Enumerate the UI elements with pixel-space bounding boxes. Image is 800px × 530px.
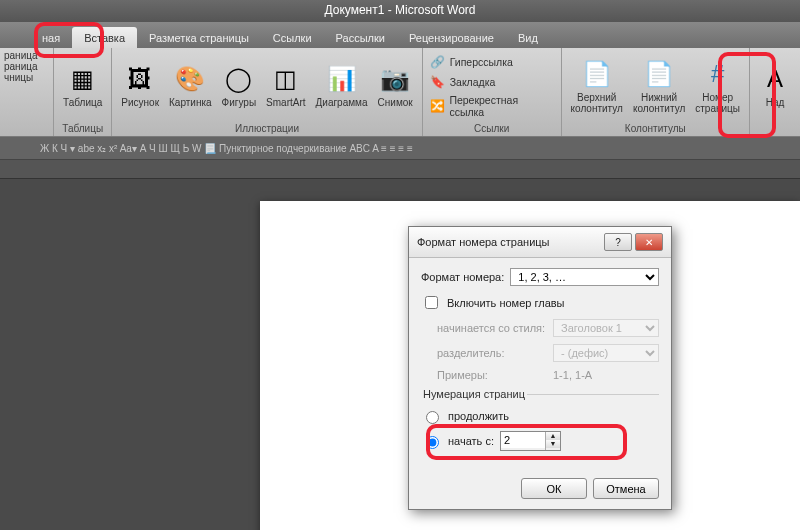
group-tables-label: Таблицы	[58, 121, 107, 136]
chart-icon: 📊	[326, 63, 358, 95]
mini-format-bar: Ж К Ч ▾ abe x₂ x² Aa▾ А Ч Ш Щ Ь W 📃 Пунк…	[0, 137, 800, 160]
header-button[interactable]: 📄 Верхний колонтитул	[566, 56, 628, 116]
chart-button[interactable]: 📊 Диаграмма	[311, 61, 373, 110]
page-number-label: Номер страницы	[695, 92, 740, 114]
smartart-button[interactable]: ◫ SmartArt	[261, 61, 310, 110]
crossref-button[interactable]: 🔀 Перекрестная ссылка	[427, 92, 557, 120]
tab-view[interactable]: Вид	[506, 27, 550, 48]
examples-value: 1-1, 1-A	[553, 369, 592, 381]
group-text-label	[754, 121, 796, 136]
dialog-titlebar: Формат номера страницы ? ✕	[409, 227, 671, 258]
screenshot-button[interactable]: 📷 Снимок	[373, 61, 418, 110]
include-chapter-label: Включить номер главы	[447, 297, 565, 309]
header-icon: 📄	[581, 58, 613, 90]
continue-radio[interactable]	[426, 411, 439, 424]
ribbon-tabs: ная Вставка Разметка страницы Ссылки Рас…	[0, 22, 800, 48]
blank-page-partial[interactable]: раница	[4, 61, 38, 72]
picture-label: Рисунок	[121, 97, 159, 108]
dialog-close-button[interactable]: ✕	[635, 233, 663, 251]
shapes-icon: ◯	[223, 63, 255, 95]
crossref-label: Перекрестная ссылка	[449, 94, 553, 118]
bookmark-label: Закладка	[450, 76, 496, 88]
clipart-label: Картинка	[169, 97, 212, 108]
picture-button[interactable]: 🖼 Рисунок	[116, 61, 164, 110]
table-label: Таблица	[63, 97, 102, 108]
hyperlink-icon: 🔗	[430, 54, 446, 70]
page-number-format-dialog: Формат номера страницы ? ✕ Формат номера…	[408, 226, 672, 510]
tab-page-layout[interactable]: Разметка страницы	[137, 27, 261, 48]
textbox-icon: A	[759, 63, 791, 95]
dialog-help-button[interactable]: ?	[604, 233, 632, 251]
starts-style-select: Заголовок 1	[553, 319, 659, 337]
start-at-label: начать с:	[448, 435, 494, 447]
start-at-input[interactable]	[501, 432, 545, 448]
shapes-button[interactable]: ◯ Фигуры	[217, 61, 261, 110]
hyperlink-label: Гиперссылка	[450, 56, 513, 68]
spinner-up-icon[interactable]: ▲	[546, 432, 560, 440]
smartart-label: SmartArt	[266, 97, 305, 108]
format-bar-content: Ж К Ч ▾ abe x₂ x² Aa▾ А Ч Ш Щ Ь W 📃 Пунк…	[40, 143, 413, 154]
include-chapter-checkbox[interactable]	[425, 296, 438, 309]
tab-insert[interactable]: Вставка	[72, 27, 137, 48]
clipart-button[interactable]: 🎨 Картинка	[164, 61, 217, 110]
continue-label: продолжить	[448, 410, 509, 422]
footer-label: Нижний колонтитул	[633, 92, 685, 114]
page-number-icon: #	[702, 58, 734, 90]
shapes-label: Фигуры	[222, 97, 256, 108]
bookmark-icon: 🔖	[430, 74, 446, 90]
spinner-down-icon[interactable]: ▼	[546, 440, 560, 448]
textbox-label: Над	[766, 97, 785, 108]
clipart-icon: 🎨	[174, 63, 206, 95]
ribbon: раница раница чницы ▦ Таблица Таблицы 🖼 …	[0, 48, 800, 137]
tab-mailings[interactable]: Рассылки	[324, 27, 397, 48]
tab-home-partial[interactable]: ная	[30, 27, 72, 48]
cancel-button[interactable]: Отмена	[593, 478, 659, 499]
ruler	[0, 160, 800, 179]
tab-review[interactable]: Рецензирование	[397, 27, 506, 48]
footer-icon: 📄	[643, 58, 675, 90]
ok-button[interactable]: ОК	[521, 478, 587, 499]
page-break-partial[interactable]: чницы	[4, 72, 33, 83]
page-number-button[interactable]: # Номер страницы	[690, 56, 745, 116]
numbering-fieldset: Нумерация страниц продолжить начать с: ▲…	[421, 388, 659, 460]
footer-button[interactable]: 📄 Нижний колонтитул	[628, 56, 690, 116]
bookmark-button[interactable]: 🔖 Закладка	[427, 72, 557, 92]
numbering-legend: Нумерация страниц	[421, 388, 527, 400]
dialog-title: Формат номера страницы	[417, 236, 550, 248]
header-label: Верхний колонтитул	[571, 92, 623, 114]
group-headerfooter-label: Колонтитулы	[566, 121, 745, 136]
table-button[interactable]: ▦ Таблица	[58, 61, 107, 110]
starts-style-label: начинается со стиля:	[437, 322, 547, 334]
window-title: Документ1 - Microsoft Word	[0, 0, 800, 22]
group-pages-label	[4, 121, 49, 136]
separator-select: - (дефис)	[553, 344, 659, 362]
screenshot-label: Снимок	[378, 97, 413, 108]
cover-page-partial[interactable]: раница	[4, 50, 38, 61]
table-icon: ▦	[67, 63, 99, 95]
group-illustrations-label: Иллюстрации	[116, 121, 417, 136]
chart-label: Диаграмма	[316, 97, 368, 108]
textbox-partial[interactable]: A Над	[754, 61, 796, 110]
number-format-select[interactable]: 1, 2, 3, …	[510, 268, 659, 286]
group-links-label: Ссылки	[427, 121, 557, 136]
tab-references[interactable]: Ссылки	[261, 27, 324, 48]
separator-label: разделитель:	[437, 347, 547, 359]
screenshot-icon: 📷	[379, 63, 411, 95]
picture-icon: 🖼	[124, 63, 156, 95]
start-at-radio[interactable]	[426, 436, 439, 449]
hyperlink-button[interactable]: 🔗 Гиперссылка	[427, 52, 557, 72]
number-format-label: Формат номера:	[421, 271, 504, 283]
smartart-icon: ◫	[270, 63, 302, 95]
examples-label: Примеры:	[437, 369, 547, 381]
start-at-spinner[interactable]: ▲ ▼	[500, 431, 561, 451]
crossref-icon: 🔀	[430, 98, 446, 114]
document-area	[0, 179, 800, 530]
